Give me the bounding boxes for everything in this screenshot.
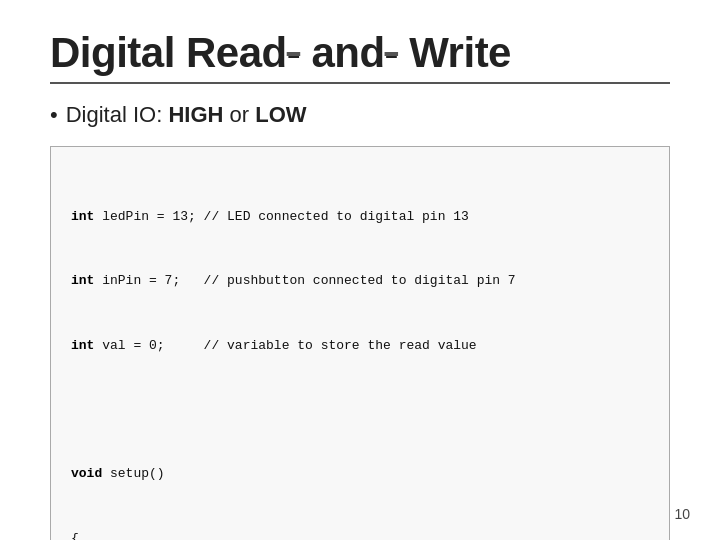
bullet-mid: or xyxy=(223,102,255,127)
bullet-section: • Digital IO: HIGH or LOW xyxy=(50,102,670,128)
code-kw-3: int xyxy=(71,338,94,353)
code-line-2: int inPin = 7; // pushbutton connected t… xyxy=(71,270,649,291)
title-section: Digital Read- and- Write xyxy=(50,30,670,84)
code-line-1: int ledPin = 13; // LED connected to dig… xyxy=(71,206,649,227)
bullet-bold2: LOW xyxy=(255,102,306,127)
title-underline xyxy=(50,82,670,84)
code-kw-5: void xyxy=(71,466,102,481)
code-kw-2: int xyxy=(71,273,94,288)
slide-container: Digital Read- and- Write • Digital IO: H… xyxy=(0,0,720,540)
code-kw-1: int xyxy=(71,209,94,224)
code-line-3: int val = 0; // variable to store the re… xyxy=(71,335,649,356)
page-number: 10 xyxy=(674,506,690,522)
code-line-blank-1 xyxy=(71,399,649,420)
bullet-bold1: HIGH xyxy=(168,102,223,127)
bullet-text: Digital IO: HIGH or LOW xyxy=(66,102,307,128)
bullet-prefix: Digital IO: xyxy=(66,102,169,127)
code-line-5: void setup() xyxy=(71,463,649,484)
bullet-dot: • xyxy=(50,102,58,128)
code-line-6: { xyxy=(71,528,649,540)
slide-title: Digital Read- and- Write xyxy=(50,30,511,76)
bullet-item: • Digital IO: HIGH or LOW xyxy=(50,102,670,128)
code-block: int ledPin = 13; // LED connected to dig… xyxy=(50,146,670,540)
